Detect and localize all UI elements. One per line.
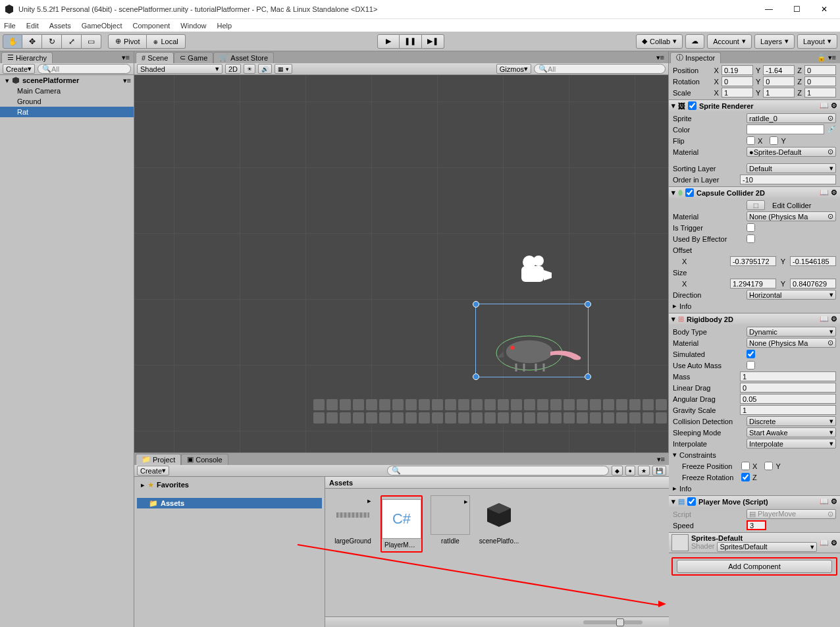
hierarchy-item-ground[interactable]: Ground xyxy=(0,96,134,107)
freeze-pos-y-checkbox[interactable] xyxy=(764,462,773,470)
shader-dropdown[interactable]: Sprites/Default▾ xyxy=(717,542,816,552)
offset-y-input[interactable] xyxy=(790,256,836,266)
menu-assets[interactable]: Assets xyxy=(49,22,71,30)
play-button[interactable]: ▶ xyxy=(377,34,400,49)
hierarchy-item-main-camera[interactable]: Main Camera xyxy=(0,86,134,96)
sorting-layer-dropdown[interactable]: Default▾ xyxy=(747,163,836,173)
rotate-tool-button[interactable]: ↻ xyxy=(42,34,62,49)
size-x-input[interactable] xyxy=(730,279,776,288)
inspector-tab[interactable]: ⓘInspector xyxy=(670,52,721,63)
sleeping-mode-dropdown[interactable]: Start Awake▾ xyxy=(747,427,836,437)
project-filter2-icon[interactable]: ● xyxy=(625,466,635,476)
speed-input[interactable] xyxy=(747,520,766,530)
gizmos-dropdown[interactable]: Gizmos ▾ xyxy=(496,64,531,74)
hierarchy-create-dropdown[interactable]: Create ▾ xyxy=(3,64,35,74)
rotation-y-input[interactable] xyxy=(763,76,795,86)
used-by-effector-checkbox[interactable] xyxy=(747,234,755,243)
project-save-icon[interactable]: 💾 xyxy=(652,466,666,476)
scene-options-icon[interactable]: ▾≡ xyxy=(123,76,131,85)
maximize-button[interactable]: ☐ xyxy=(785,1,808,17)
move-tool-button[interactable]: ✥ xyxy=(22,34,42,49)
close-button[interactable]: ✕ xyxy=(812,1,836,17)
rotation-z-input[interactable] xyxy=(804,76,836,86)
pause-button[interactable]: ❚❚ xyxy=(400,34,422,49)
collab-button[interactable]: ◆Collab▾ xyxy=(636,34,683,49)
asset-largeground[interactable]: ▸ largeGround xyxy=(332,495,374,545)
hierarchy-item-rat[interactable]: Rat xyxy=(0,107,134,117)
layout-dropdown[interactable]: Layout▾ xyxy=(797,34,837,49)
sprite-field[interactable]: ratIdle_0⊙ xyxy=(747,113,836,123)
player-move-header[interactable]: ▾▤Player Move (Script)📖 ⚙ xyxy=(669,496,840,507)
angular-drag-input[interactable] xyxy=(740,394,836,404)
cloud-button[interactable]: ☁ xyxy=(685,34,704,49)
collider-info-foldout[interactable]: Info xyxy=(679,302,691,310)
rb-material-field[interactable]: None (Physics Ma⊙ xyxy=(747,338,836,348)
edit-collider-button[interactable]: ⬚ xyxy=(747,200,765,210)
offset-x-input[interactable] xyxy=(730,256,776,266)
minimize-button[interactable]: — xyxy=(757,1,781,17)
inspector-lock-icon[interactable]: 🔒 ▾≡ xyxy=(817,53,836,62)
rect-tool-button[interactable]: ▭ xyxy=(82,34,101,49)
menu-edit[interactable]: Edit xyxy=(26,22,39,30)
scale-y-input[interactable] xyxy=(763,88,795,97)
add-component-button[interactable]: Add Component xyxy=(677,560,832,573)
is-trigger-checkbox[interactable] xyxy=(747,223,755,232)
asset-sceneplatformer[interactable]: scenePlatfo... xyxy=(478,495,520,545)
lighting-toggle[interactable]: ☀ xyxy=(244,64,255,74)
rb-info-foldout[interactable]: Info xyxy=(679,485,691,493)
scale-z-input[interactable] xyxy=(804,88,836,97)
capsule-collider-header[interactable]: ▾⬮Capsule Collider 2D📖 ⚙ xyxy=(669,187,840,198)
use-auto-mass-checkbox[interactable] xyxy=(747,361,755,369)
script-field[interactable]: ▤ PlayerMove⊙ xyxy=(747,509,836,519)
local-toggle[interactable]: ⎈Local xyxy=(147,34,185,49)
hierarchy-tab[interactable]: ☰Hierarchy xyxy=(1,52,53,63)
position-x-input[interactable] xyxy=(722,65,753,75)
material-field[interactable]: ●Sprites-Default⊙ xyxy=(747,147,836,157)
flip-x-checkbox[interactable] xyxy=(747,136,755,145)
icon-size-slider[interactable] xyxy=(583,620,643,624)
project-filter-icon[interactable]: ◆ xyxy=(612,466,623,476)
collider-material-field[interactable]: None (Physics Ma⊙ xyxy=(747,211,836,221)
account-dropdown[interactable]: Account▾ xyxy=(707,34,752,49)
audio-toggle[interactable]: 🔊 xyxy=(258,64,272,74)
sprite-renderer-header[interactable]: ▾🖼Sprite Renderer📖 ⚙ xyxy=(669,100,840,111)
scene-options-icon[interactable]: ▾≡ xyxy=(656,53,664,62)
player-move-enabled-checkbox[interactable] xyxy=(687,497,696,506)
scale-x-input[interactable] xyxy=(722,88,753,97)
color-field[interactable] xyxy=(747,124,824,134)
hierarchy-scene-root[interactable]: ▾ scenePlatformer ▾≡ xyxy=(0,75,134,86)
order-in-layer-input[interactable] xyxy=(740,175,836,184)
project-star-icon[interactable]: ★ xyxy=(638,466,650,476)
layers-dropdown[interactable]: Layers▾ xyxy=(754,34,795,49)
interpolate-dropdown[interactable]: Interpolate▾ xyxy=(747,439,836,449)
pivot-toggle[interactable]: ⊕Pivot xyxy=(108,34,147,49)
asset-store-tab[interactable]: 🛒Asset Store xyxy=(213,52,274,63)
scene-canvas[interactable] xyxy=(134,75,668,452)
body-type-dropdown[interactable]: Dynamic▾ xyxy=(747,327,836,337)
rigidbody-header[interactable]: ▾⊞Rigidbody 2D📖 ⚙ xyxy=(669,314,840,325)
step-button[interactable]: ▶❚ xyxy=(422,34,444,49)
direction-dropdown[interactable]: Horizontal▾ xyxy=(747,290,836,300)
hand-tool-button[interactable]: ✋ xyxy=(3,34,22,49)
menu-help[interactable]: Help xyxy=(217,22,232,30)
hierarchy-options-icon[interactable]: ▾≡ xyxy=(122,53,130,62)
constraints-foldout[interactable]: Constraints xyxy=(679,451,716,459)
eyedropper-icon[interactable]: 💉 xyxy=(827,125,836,134)
rotation-x-input[interactable] xyxy=(722,76,753,86)
menu-file[interactable]: File xyxy=(4,22,16,30)
console-tab[interactable]: ▣Console xyxy=(181,454,228,465)
scale-tool-button[interactable]: ⤢ xyxy=(62,34,82,49)
capsule-collider-enabled-checkbox[interactable] xyxy=(685,188,694,197)
mass-input[interactable] xyxy=(740,371,836,381)
size-y-input[interactable] xyxy=(790,279,836,288)
menu-window[interactable]: Window xyxy=(180,22,206,30)
scene-search[interactable]: 🔍All xyxy=(534,64,666,74)
game-tab[interactable]: ⊂Game xyxy=(174,52,213,63)
menu-gameobject[interactable]: GameObject xyxy=(82,22,122,30)
hierarchy-search[interactable]: 🔍All xyxy=(38,64,131,74)
menu-component[interactable]: Component xyxy=(132,22,170,30)
project-breadcrumb[interactable]: Assets xyxy=(325,477,669,489)
simulated-checkbox[interactable] xyxy=(747,350,755,358)
fx-toggle[interactable]: ▦ ▾ xyxy=(275,64,292,74)
project-create-dropdown[interactable]: Create ▾ xyxy=(137,466,169,476)
